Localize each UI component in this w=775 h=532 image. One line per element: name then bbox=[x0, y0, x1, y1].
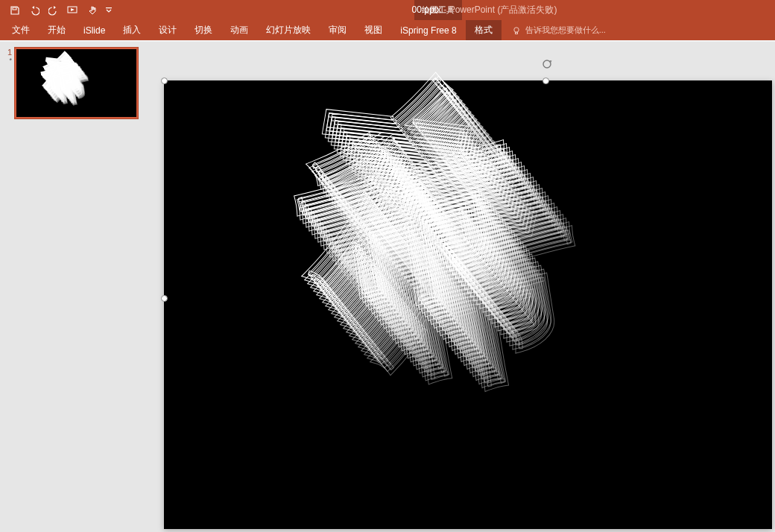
tab-view[interactable]: 视图 bbox=[355, 20, 391, 40]
tab-design[interactable]: 设计 bbox=[150, 20, 186, 40]
tab-insert[interactable]: 插入 bbox=[114, 20, 150, 40]
svg-rect-4 bbox=[515, 32, 517, 34]
svg-rect-2 bbox=[106, 7, 112, 8]
touch-mode-button[interactable] bbox=[85, 3, 100, 18]
slide-editor[interactable]: 希希希希希希希希希希希希希希希希希希希希希希希希 bbox=[164, 80, 772, 529]
thumbnail-modified-icon: * bbox=[3, 57, 12, 64]
undo-button[interactable] bbox=[27, 3, 42, 18]
tab-format[interactable]: 格式 bbox=[466, 20, 502, 40]
drawing-tools-context: 绘图工具 bbox=[414, 0, 462, 20]
tell-me-placeholder: 告诉我您想要做什么... bbox=[525, 25, 606, 36]
svg-rect-0 bbox=[13, 7, 16, 10]
tab-slideshow[interactable]: 幻灯片放映 bbox=[257, 20, 320, 40]
tell-me-search[interactable]: 告诉我您想要做什么... bbox=[502, 20, 606, 40]
selection-handle-tm[interactable] bbox=[542, 77, 549, 84]
lightbulb-icon bbox=[512, 26, 521, 35]
workspace: 1 * 希希希希希希希希希希希希希希希希希希希希希希希希 希希希希希希希希希希希… bbox=[0, 42, 775, 532]
tab-review[interactable]: 审阅 bbox=[320, 20, 355, 40]
titlebar: 绘图工具 00.pptx - PowerPoint (产品激活失败) bbox=[0, 0, 775, 20]
selection-handle-tl[interactable] bbox=[161, 77, 168, 84]
thumbnail-meta: 1 * bbox=[3, 48, 12, 118]
tab-transitions[interactable]: 切换 bbox=[186, 20, 221, 40]
tab-ispring[interactable]: iSpring Free 8 bbox=[391, 20, 465, 40]
slide-artwork[interactable]: 希希希希希希希希希希希希希希希希希希希希希希希希 bbox=[264, 77, 651, 465]
rotation-handle[interactable] bbox=[541, 58, 553, 70]
slide-thumbnails-panel[interactable]: 1 * 希希希希希希希希希希希希希希希希希希希希希希希希 bbox=[0, 42, 149, 532]
tab-home[interactable]: 开始 bbox=[39, 20, 75, 40]
quick-access-toolbar bbox=[0, 3, 113, 18]
thumbnail-index: 1 bbox=[3, 48, 12, 57]
activation-status: (产品激活失败) bbox=[497, 4, 557, 15]
qat-customize-button[interactable] bbox=[104, 3, 113, 18]
selection-handle-ml[interactable] bbox=[161, 295, 168, 302]
ribbon-tabs: 文件 开始 iSlide 插入 设计 切换 动画 幻灯片放映 审阅 视图 iSp… bbox=[0, 20, 775, 40]
tab-file[interactable]: 文件 bbox=[3, 20, 39, 40]
slide-thumbnail-1[interactable]: 希希希希希希希希希希希希希希希希希希希希希希希希 bbox=[15, 48, 138, 118]
window-title: 00.pptx - PowerPoint (产品激活失败) bbox=[0, 4, 775, 16]
filename-label: 00.pptx bbox=[218, 4, 441, 15]
svg-point-5 bbox=[543, 60, 551, 68]
redo-button[interactable] bbox=[46, 3, 61, 18]
drawing-tools-label: 绘图工具 bbox=[422, 4, 455, 16]
slide-canvas-area[interactable]: 希希希希希希希希希希希希希希希希希希希希希希希希 bbox=[149, 42, 775, 532]
save-button[interactable] bbox=[7, 3, 22, 18]
tab-islide[interactable]: iSlide bbox=[75, 20, 114, 40]
start-from-beginning-button[interactable] bbox=[66, 3, 80, 18]
tab-animations[interactable]: 动画 bbox=[221, 20, 257, 40]
svg-point-3 bbox=[514, 27, 519, 31]
thumbnail-row: 1 * 希希希希希希希希希希希希希希希希希希希希希希希希 bbox=[3, 48, 149, 118]
